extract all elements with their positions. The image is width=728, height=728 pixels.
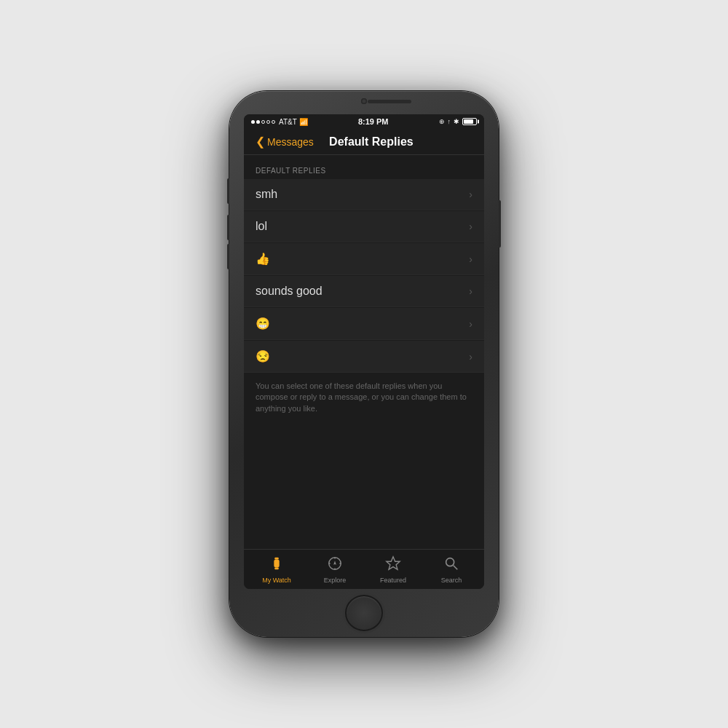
svg-point-10 bbox=[446, 558, 454, 566]
tab-my-watch-label: My Watch bbox=[262, 577, 291, 584]
tab-featured[interactable]: Featured bbox=[364, 555, 422, 584]
section-header: DEFAULT REPLIES bbox=[244, 155, 484, 179]
reply-item[interactable]: smh› bbox=[244, 179, 484, 210]
reply-chevron-icon: › bbox=[469, 318, 472, 330]
reply-item[interactable]: lol› bbox=[244, 211, 484, 242]
status-right: ⊕ ↑ ✱ bbox=[439, 118, 478, 125]
tab-explore[interactable]: Explore bbox=[306, 555, 364, 584]
reply-item[interactable]: sounds good› bbox=[244, 276, 484, 307]
tab-search-label: Search bbox=[441, 577, 462, 584]
signal-dot-5 bbox=[272, 120, 275, 124]
reply-text: 😁 bbox=[256, 317, 270, 331]
phone-device: AT&T 📶 8:19 PM ⊕ ↑ ✱ ❮ Messages Default … bbox=[229, 91, 499, 637]
signal-dot-2 bbox=[256, 120, 260, 124]
carrier-text: AT&T bbox=[279, 118, 297, 126]
battery-icon bbox=[462, 118, 477, 125]
reply-item[interactable]: 👍› bbox=[244, 243, 484, 275]
reply-text: 😒 bbox=[256, 349, 270, 363]
svg-rect-1 bbox=[274, 558, 279, 560]
reply-text: 👍 bbox=[256, 252, 270, 266]
phone-screen: AT&T 📶 8:19 PM ⊕ ↑ ✱ ❮ Messages Default … bbox=[244, 114, 484, 589]
arrow-icon: ↑ bbox=[448, 118, 451, 125]
signal-dots bbox=[251, 120, 275, 124]
reply-chevron-icon: › bbox=[469, 285, 472, 297]
status-bar: AT&T 📶 8:19 PM ⊕ ↑ ✱ bbox=[244, 114, 484, 129]
reply-list: smh›lol›👍›sounds good›😁›😒› bbox=[244, 179, 484, 373]
nav-bar: ❮ Messages Default Replies bbox=[244, 129, 484, 155]
tab-search[interactable]: Search bbox=[422, 555, 480, 584]
content-area: DEFAULT REPLIES smh›lol›👍›sounds good›😁›… bbox=[244, 155, 484, 549]
reply-chevron-icon: › bbox=[469, 189, 472, 200]
tab-bar: My Watch Explore bbox=[244, 549, 484, 589]
reply-text: lol bbox=[256, 220, 267, 233]
svg-marker-8 bbox=[333, 561, 336, 565]
watch-icon bbox=[269, 555, 285, 575]
back-chevron-icon: ❮ bbox=[256, 135, 265, 149]
search-icon bbox=[443, 555, 459, 575]
reply-chevron-icon: › bbox=[469, 253, 472, 265]
tab-my-watch[interactable]: My Watch bbox=[248, 555, 306, 584]
signal-dot-4 bbox=[266, 120, 270, 124]
signal-dot-3 bbox=[261, 120, 265, 124]
location-icon: ⊕ bbox=[439, 118, 445, 125]
svg-line-11 bbox=[454, 566, 458, 570]
featured-icon bbox=[385, 555, 401, 575]
tab-featured-label: Featured bbox=[380, 577, 406, 584]
reply-item[interactable]: 😒› bbox=[244, 341, 484, 373]
page-title: Default Replies bbox=[270, 135, 472, 149]
battery-fill bbox=[464, 119, 473, 124]
tab-explore-label: Explore bbox=[324, 577, 347, 584]
front-camera bbox=[361, 98, 367, 104]
svg-marker-9 bbox=[387, 557, 400, 569]
speaker bbox=[368, 100, 411, 103]
reply-text: smh bbox=[256, 188, 277, 201]
reply-chevron-icon: › bbox=[469, 221, 472, 232]
home-button[interactable] bbox=[345, 595, 383, 631]
status-left: AT&T 📶 bbox=[251, 118, 308, 126]
status-time: 8:19 PM bbox=[358, 117, 389, 126]
reply-text: sounds good bbox=[256, 285, 323, 298]
svg-rect-0 bbox=[274, 559, 279, 567]
signal-dot-1 bbox=[251, 120, 255, 124]
bluetooth-icon: ✱ bbox=[454, 118, 459, 125]
reply-item[interactable]: 😁› bbox=[244, 308, 484, 340]
svg-rect-2 bbox=[274, 567, 279, 569]
footer-text: You can select one of these default repl… bbox=[244, 373, 484, 422]
wifi-icon: 📶 bbox=[299, 118, 308, 126]
reply-chevron-icon: › bbox=[469, 351, 472, 363]
explore-icon bbox=[327, 555, 343, 575]
